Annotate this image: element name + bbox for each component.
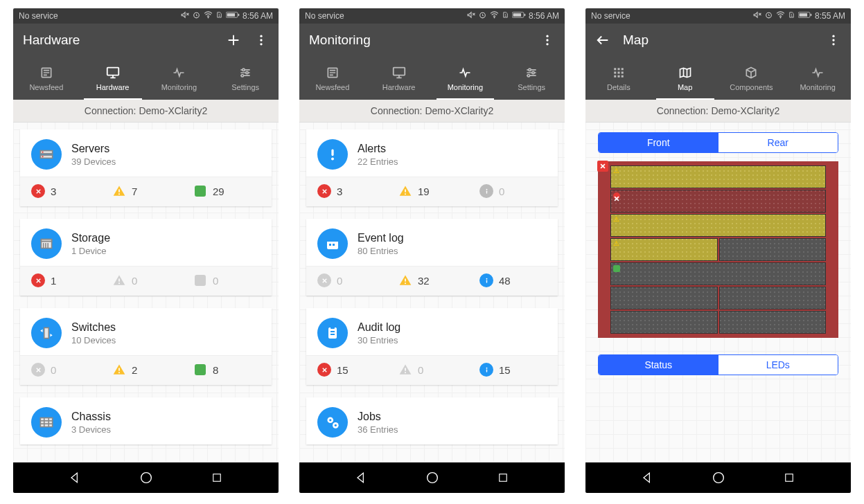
segment-front-button[interactable]: Front xyxy=(599,133,718,152)
stat-item[interactable]: 15 xyxy=(310,363,391,377)
nav-recent-button[interactable] xyxy=(208,469,226,487)
back-button[interactable] xyxy=(595,33,610,48)
nav-back-button[interactable] xyxy=(352,469,370,487)
svg-rect-90 xyxy=(329,244,331,246)
clock-label: 8:56 AM xyxy=(529,11,559,21)
rack-unit[interactable] xyxy=(610,262,826,285)
rack-unit[interactable] xyxy=(719,311,827,334)
overflow-menu-button[interactable] xyxy=(540,33,555,48)
mute-icon xyxy=(466,10,475,21)
rack-unit[interactable] xyxy=(610,238,718,261)
rack-unit[interactable] xyxy=(719,238,827,261)
nav-back-button[interactable] xyxy=(66,469,84,487)
stat-item[interactable]: 0 xyxy=(310,273,391,287)
stat-item[interactable]: 29 xyxy=(186,184,267,198)
svg-rect-113 xyxy=(500,474,507,482)
svg-rect-133 xyxy=(617,75,619,78)
nav-home-button[interactable] xyxy=(137,469,155,487)
battery-icon xyxy=(512,11,526,21)
segment-rear-button[interactable]: Rear xyxy=(718,133,838,152)
svg-point-81 xyxy=(331,158,334,161)
card-audit-log[interactable]: Audit log 30 Entries 15015 xyxy=(306,308,558,385)
segment-leds-button[interactable]: LEDs xyxy=(718,355,838,375)
svg-point-47 xyxy=(118,372,120,373)
stat-item[interactable]: 19 xyxy=(391,184,473,198)
tab-settings[interactable]: Settings xyxy=(498,57,565,100)
card-chassis[interactable]: Chassis 3 Devices xyxy=(20,397,272,444)
card-switches[interactable]: Switches 10 Devices 028 xyxy=(20,308,272,385)
rack-unit[interactable] xyxy=(610,214,826,237)
stat-item[interactable]: 2 xyxy=(105,363,186,377)
content[interactable]: Servers 39 Devices 3729 Storage 1 Device… xyxy=(13,123,279,462)
rack-diagram[interactable]: 1314111291078563412 xyxy=(598,161,838,338)
close-icon[interactable] xyxy=(597,161,608,172)
stat-item[interactable]: 48 xyxy=(473,273,554,287)
stat-count: 32 xyxy=(418,275,430,287)
card-servers[interactable]: Servers 39 Devices 3729 xyxy=(20,129,272,206)
tab-details[interactable]: Details xyxy=(585,57,652,100)
svg-point-78 xyxy=(527,75,529,77)
overflow-menu-button[interactable] xyxy=(826,33,841,48)
stat-item[interactable]: 15 xyxy=(473,363,554,377)
stat-item[interactable]: 3 xyxy=(310,184,391,198)
tab-label: Map xyxy=(678,83,692,91)
tab-newsfeed[interactable]: Newsfeed xyxy=(13,57,80,100)
svg-rect-7 xyxy=(238,14,240,16)
card-event-log[interactable]: Event log 80 Entries 03248 xyxy=(306,219,558,296)
svg-point-23 xyxy=(243,69,245,71)
nav-back-button[interactable] xyxy=(638,469,656,487)
tab-settings[interactable]: Settings xyxy=(212,57,279,100)
svg-point-105 xyxy=(405,372,406,373)
segment-status-leds: Status LEDs xyxy=(598,354,838,375)
stat-item[interactable]: 7 xyxy=(105,184,186,198)
stat-item[interactable]: 32 xyxy=(391,273,473,287)
stat-item[interactable]: 0 xyxy=(473,184,554,198)
stat-item[interactable]: 3 xyxy=(24,184,105,198)
segment-status-button[interactable]: Status xyxy=(599,355,718,375)
tab-monitoring[interactable]: Monitoring xyxy=(146,57,213,100)
content[interactable]: Alerts 22 Entries 3190 Event log 80 Entr… xyxy=(299,123,565,462)
svg-point-77 xyxy=(532,71,534,73)
nav-home-button[interactable] xyxy=(709,469,728,487)
data-icon: 1 xyxy=(788,10,795,21)
rack-unit[interactable] xyxy=(610,165,826,188)
tab-monitoring[interactable]: Monitoring xyxy=(432,57,499,100)
rack-unit[interactable] xyxy=(610,190,826,213)
nav-home-button[interactable] xyxy=(423,469,441,487)
rack-unit[interactable] xyxy=(719,287,827,309)
alarm-icon xyxy=(192,10,201,21)
content[interactable]: Front Rear 1314111291078563412 Status LE… xyxy=(585,123,851,462)
tab-hardware[interactable]: Hardware xyxy=(366,57,432,100)
rack-unit[interactable] xyxy=(610,311,718,334)
rack-row: 12 xyxy=(610,311,826,334)
nav-recent-button[interactable] xyxy=(494,469,512,487)
stat-item[interactable]: 1 xyxy=(24,273,105,287)
svg-rect-126 xyxy=(614,68,616,70)
stat-item[interactable]: 0 xyxy=(24,363,105,377)
tab-hardware[interactable]: Hardware xyxy=(80,57,146,100)
monitor-icon xyxy=(105,65,121,80)
overflow-menu-button[interactable] xyxy=(254,33,269,48)
critical-icon xyxy=(317,184,331,198)
card-storage[interactable]: Storage 1 Device 100 xyxy=(20,219,272,296)
ok-icon xyxy=(193,363,207,377)
rack-unit[interactable] xyxy=(610,287,718,309)
tab-map[interactable]: Map xyxy=(652,57,718,100)
tab-label: Monitoring xyxy=(800,83,835,91)
switch-icon xyxy=(31,318,62,348)
stat-count: 19 xyxy=(418,186,430,197)
card-jobs[interactable]: Jobs 36 Entries xyxy=(306,397,558,444)
stat-item[interactable]: 0 xyxy=(186,273,267,287)
svg-rect-80 xyxy=(331,149,333,156)
add-button[interactable] xyxy=(226,33,241,48)
nav-recent-button[interactable] xyxy=(780,469,798,487)
stat-item[interactable]: 0 xyxy=(391,363,473,377)
stat-item[interactable]: 0 xyxy=(105,273,186,287)
stat-item[interactable]: 8 xyxy=(186,363,267,377)
tab-components[interactable]: Components xyxy=(718,57,785,100)
card-alerts[interactable]: Alerts 22 Entries 3190 xyxy=(306,129,558,206)
ok-icon xyxy=(193,184,207,198)
tab-newsfeed[interactable]: Newsfeed xyxy=(299,57,366,100)
critical-icon xyxy=(317,273,331,287)
tab-monitoring[interactable]: Monitoring xyxy=(784,57,851,100)
